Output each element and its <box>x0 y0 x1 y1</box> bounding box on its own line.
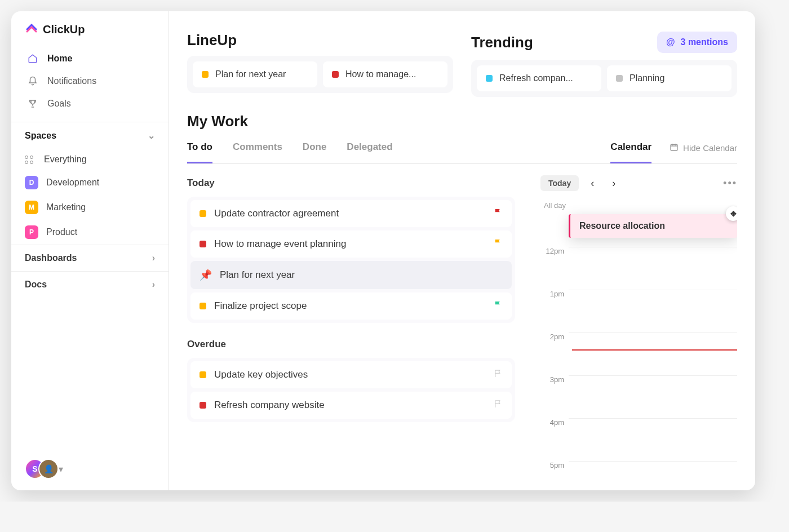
work-tabs: To do Comments Done Delegated <box>187 141 393 163</box>
hour-slot[interactable] <box>569 461 737 490</box>
calendar-header: Today ‹ › ••• <box>540 175 737 191</box>
hour-slot[interactable] <box>569 418 737 461</box>
primary-nav: Home Notifications Goals <box>11 47 169 115</box>
tab-todo[interactable]: To do <box>187 141 212 163</box>
status-dot <box>332 71 339 78</box>
flag-icon <box>494 238 503 250</box>
tab-done[interactable]: Done <box>303 141 327 163</box>
mentions-label: 3 mentions <box>681 37 728 47</box>
nav-goals[interactable]: Goals <box>20 92 159 115</box>
time-label: 12pm <box>540 247 569 255</box>
main-content: LineUp Plan for next year How to manage.… <box>169 11 755 490</box>
task-title: Update contractor agreement <box>214 208 486 219</box>
spaces-label: Spaces <box>25 131 56 141</box>
status-dot <box>200 402 206 409</box>
space-label: Everything <box>44 154 87 165</box>
flag-icon <box>494 400 503 411</box>
space-marketing[interactable]: M Marketing <box>11 195 169 220</box>
current-time-line <box>572 349 737 351</box>
flag-icon <box>494 369 503 380</box>
docs-section[interactable]: Docs › <box>11 271 169 298</box>
task-title: Plan for next year <box>220 269 503 281</box>
calendar-column: Today ‹ › ••• All day Resource allocatio… <box>529 164 737 490</box>
space-product[interactable]: P Product <box>11 220 169 245</box>
mentions-button[interactable]: @ 3 mentions <box>657 32 737 53</box>
dashboards-section[interactable]: Dashboards › <box>11 245 169 271</box>
bell-icon <box>27 76 38 87</box>
task-row[interactable]: Update contractor agreement <box>190 200 512 227</box>
prev-button[interactable]: ‹ <box>584 175 600 191</box>
home-icon <box>27 53 38 64</box>
trending-card[interactable]: Refresh compan... <box>477 65 601 91</box>
nav-label: Notifications <box>47 76 96 86</box>
calendar-controls: Calendar Hide Calendar <box>610 141 737 163</box>
next-button[interactable]: › <box>606 175 622 191</box>
work-body: Today Update contractor agreement How to… <box>187 164 737 490</box>
nav-notifications[interactable]: Notifications <box>20 70 159 92</box>
tab-delegated[interactable]: Delegated <box>347 141 392 163</box>
space-badge: P <box>25 225 38 239</box>
space-label: Development <box>46 178 99 188</box>
space-badge: M <box>25 201 38 214</box>
status-dot <box>616 75 623 82</box>
space-everything[interactable]: Everything <box>11 149 169 170</box>
chevron-down-icon: ⌄ <box>148 130 155 141</box>
nav-label: Goals <box>47 99 71 109</box>
lineup-cards: Plan for next year How to manage... <box>187 56 453 93</box>
trending-widget: Trending @ 3 mentions Refresh compan... … <box>471 32 737 97</box>
tasks-column: Today Update contractor agreement How to… <box>187 164 529 490</box>
mywork-title: My Work <box>187 113 737 130</box>
user-avatars[interactable]: S 👤 ▾ <box>25 459 63 479</box>
lineup-card[interactable]: How to manage... <box>323 61 447 87</box>
space-badge: D <box>25 176 38 189</box>
brand-name: ClickUp <box>43 23 85 36</box>
time-label: 4pm <box>540 418 569 427</box>
trending-card[interactable]: Planning <box>607 65 732 91</box>
task-row[interactable]: Update key objectives <box>190 361 512 388</box>
hour-slot[interactable] <box>569 290 737 333</box>
svg-rect-0 <box>671 144 677 150</box>
hour-slot[interactable] <box>569 375 737 418</box>
task-row[interactable]: Finalize project scope <box>190 292 512 320</box>
today-button[interactable]: Today <box>540 175 579 191</box>
space-label: Product <box>46 227 77 237</box>
hide-calendar-label: Hide Calendar <box>683 143 737 153</box>
more-button[interactable]: ••• <box>723 178 737 189</box>
status-dot <box>200 303 206 309</box>
move-icon[interactable]: ✥ <box>726 206 737 221</box>
task-row[interactable]: How to manage event planning <box>190 230 512 258</box>
space-development[interactable]: D Development <box>11 170 169 195</box>
time-row: 5pm <box>540 461 737 490</box>
status-dot <box>200 371 206 378</box>
hour-slot[interactable] <box>569 247 737 290</box>
lineup-card[interactable]: Plan for next year <box>193 61 317 87</box>
time-grid: 12pm 1pm 2pm 3pm 4pm 5pm <box>540 247 737 490</box>
nav-home[interactable]: Home <box>20 47 159 70</box>
status-dot <box>486 75 493 82</box>
hour-slot[interactable] <box>569 333 737 375</box>
calendar-icon <box>670 143 679 153</box>
task-title: Update key objectives <box>214 369 486 380</box>
task-title: How to manage event planning <box>214 238 486 250</box>
calendar-event[interactable]: Resource allocation ✥ <box>569 214 737 238</box>
spaces-header[interactable]: Spaces ⌄ <box>11 122 169 149</box>
docs-label: Docs <box>25 280 47 290</box>
nav-label: Home <box>47 54 72 64</box>
tab-calendar[interactable]: Calendar <box>610 141 651 163</box>
today-task-list: Update contractor agreement How to manag… <box>187 197 515 323</box>
task-row[interactable]: Refresh company website <box>190 392 512 419</box>
event-title: Resource allocation <box>579 221 665 230</box>
card-label: Planning <box>630 73 664 83</box>
brand-logo[interactable]: ClickUp <box>11 23 169 47</box>
pin-icon: 📌 <box>200 269 212 281</box>
task-row[interactable]: 📌 Plan for next year <box>190 261 512 289</box>
tab-comments[interactable]: Comments <box>233 141 282 163</box>
dashboards-label: Dashboards <box>25 253 77 263</box>
trophy-icon <box>27 98 38 109</box>
task-title: Finalize project scope <box>214 300 486 312</box>
time-row: 2pm <box>540 333 737 375</box>
tabs-row: To do Comments Done Delegated Calendar H… <box>187 141 737 164</box>
time-label: 5pm <box>540 461 569 469</box>
hide-calendar-button[interactable]: Hide Calendar <box>670 143 737 162</box>
trending-cards: Refresh compan... Planning <box>471 60 737 97</box>
